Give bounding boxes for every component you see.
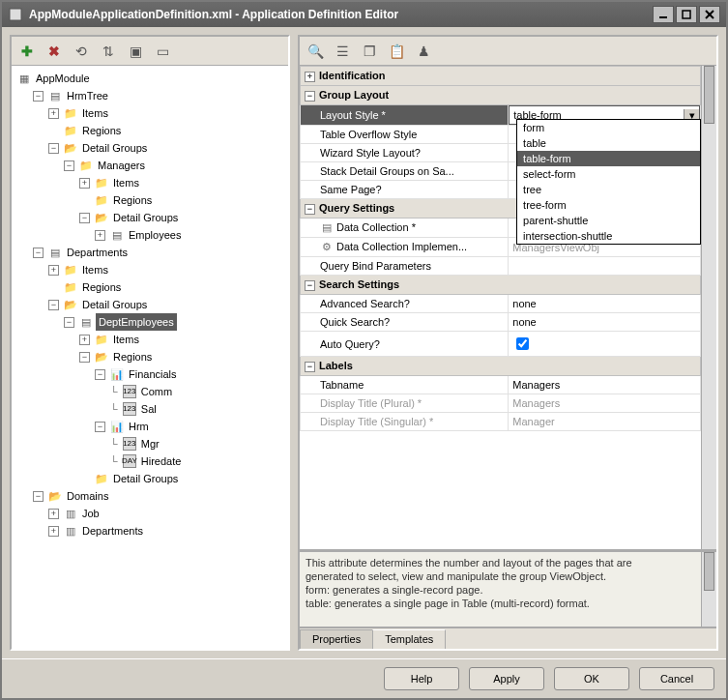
copy-icon[interactable]: ❐ (360, 42, 379, 61)
find-icon[interactable]: 🔍 (306, 42, 325, 61)
tree-node-financials[interactable]: −📊Financials (95, 365, 286, 383)
apply-button[interactable]: Apply (469, 667, 544, 690)
dropdown-option-intersection-shuttle[interactable]: intersection-shuttle (517, 228, 700, 244)
delete-icon[interactable]: ✖ (44, 42, 64, 61)
prop-query-bind[interactable]: Query Bind Parameters (301, 257, 701, 276)
tree-node-managers[interactable]: −📁Managers (64, 157, 286, 174)
bottom-tabs: Properties Templates (300, 627, 716, 649)
property-grid[interactable]: +Identification −Group Layout Layout Sty… (300, 66, 716, 550)
tree-node[interactable]: −📂Detail Groups (79, 209, 286, 226)
tree-node[interactable]: +📁Items (48, 261, 286, 278)
tree-node[interactable]: +📁Items (79, 174, 286, 191)
tree-node[interactable]: +📁Items (48, 104, 286, 122)
collapse-icon[interactable]: ▭ (153, 42, 172, 61)
dropdown-option-tree-form[interactable]: tree-form (517, 197, 700, 213)
help-button[interactable]: Help (384, 667, 459, 690)
cat-labels[interactable]: Labels (319, 360, 353, 371)
maximize-button[interactable] (676, 6, 697, 23)
tree-node-hrm[interactable]: −📊Hrm (95, 418, 286, 435)
tree-node-employees[interactable]: +▤Employees (95, 226, 286, 244)
dropdown-option-tree[interactable]: tree (517, 182, 700, 197)
tree-node-hiredate[interactable]: └DAYHiredate (110, 452, 286, 470)
tree-node[interactable]: −📂Detail Groups (48, 139, 286, 157)
tree-node-job[interactable]: +▥Job (48, 505, 286, 522)
refresh-icon[interactable]: ⟲ (72, 42, 91, 61)
app-window: AppModuleApplicationDefinition.xml - App… (0, 0, 728, 700)
window-title: AppModuleApplicationDefinition.xml - App… (29, 8, 653, 21)
svg-rect-0 (10, 9, 21, 20)
sync-icon[interactable]: ⇅ (99, 42, 118, 61)
tree-node-mgr[interactable]: └123Mgr (110, 435, 286, 452)
tree-node[interactable]: −📂Detail Groups (48, 296, 286, 313)
tree-node-departments-domain[interactable]: +▥Departments (48, 522, 286, 540)
tab-properties[interactable]: Properties (300, 629, 373, 649)
prop-tabname[interactable]: TabnameManagers (301, 376, 701, 394)
paste-icon[interactable]: 📋 (387, 42, 406, 61)
right-toolbar: 🔍 ☰ ❐ 📋 ♟ (300, 37, 716, 66)
prop-advanced-search[interactable]: Advanced Search?none (301, 295, 701, 313)
tree-node[interactable]: −📂Regions (79, 348, 286, 365)
tree-node-deptemployees[interactable]: −▤DeptEmployees (64, 313, 286, 331)
ok-button[interactable]: OK (554, 667, 629, 690)
auto-query-checkbox[interactable] (516, 337, 529, 350)
svg-rect-2 (683, 11, 690, 18)
minimize-button[interactable] (653, 6, 674, 23)
cat-query-settings[interactable]: Query Settings (319, 202, 394, 214)
tree-node-comm[interactable]: └123Comm (110, 383, 286, 400)
tree-node-appmodule[interactable]: ▦AppModule (17, 70, 286, 87)
dropdown-option-table-form[interactable]: table-form (517, 151, 700, 166)
prop-auto-query[interactable]: Auto Query? (301, 332, 701, 357)
list-icon[interactable]: ☰ (333, 42, 352, 61)
prop-display-plural[interactable]: Display Title (Plural) *Managers (301, 394, 701, 413)
description-pane: This attribute determines the number and… (300, 550, 716, 627)
close-button[interactable] (699, 6, 720, 23)
left-toolbar: ✚ ✖ ⟲ ⇅ ▣ ▭ (12, 37, 288, 66)
propgrid-scrollbar[interactable] (701, 66, 716, 549)
tree-node-departments[interactable]: −▤Departments (33, 244, 286, 261)
tree-node[interactable]: +📁Items (79, 331, 286, 348)
prop-display-singular[interactable]: Display Title (Singular) *Manager (301, 413, 701, 431)
layout-style-dropdown[interactable]: form table table-form select-form tree t… (516, 119, 701, 245)
cat-identification[interactable]: Identification (319, 70, 385, 81)
tree-node[interactable]: 📁Regions (48, 122, 286, 139)
description-scrollbar[interactable] (701, 552, 716, 627)
tree-node[interactable]: 📁Regions (79, 191, 286, 209)
tree-node-sal[interactable]: └123Sal (110, 400, 286, 418)
properties-panel: 🔍 ☰ ❐ 📋 ♟ +Identification −Group Layout … (298, 35, 718, 651)
tree-node[interactable]: 📁Regions (48, 278, 286, 296)
cat-search-settings[interactable]: Search Settings (319, 278, 399, 290)
app-icon (8, 7, 23, 22)
cancel-button[interactable]: Cancel (639, 667, 714, 690)
tab-templates[interactable]: Templates (372, 629, 446, 649)
tree-view[interactable]: ▦AppModule −▤HrmTree +📁Items 📁Regions −📂… (12, 66, 288, 649)
cat-group-layout[interactable]: Group Layout (319, 89, 389, 101)
dropdown-option-form[interactable]: form (517, 120, 700, 135)
dropdown-option-parent-shuttle[interactable]: parent-shuttle (517, 213, 700, 228)
tree-node-hrmtree[interactable]: −▤HrmTree (33, 87, 286, 104)
dropdown-option-select-form[interactable]: select-form (517, 166, 700, 182)
dialog-buttons: Help Apply OK Cancel (2, 658, 726, 698)
prop-quick-search[interactable]: Quick Search?none (301, 313, 701, 332)
add-icon[interactable]: ✚ (17, 42, 37, 61)
tree-panel: ✚ ✖ ⟲ ⇅ ▣ ▭ ▦AppModule −▤HrmTree +📁Items… (10, 35, 290, 651)
tree-node-domains[interactable]: −📂Domains (33, 487, 286, 505)
tree-node[interactable]: 📁Detail Groups (79, 470, 286, 487)
expand-icon[interactable]: ▣ (126, 42, 145, 61)
pin-icon[interactable]: ♟ (414, 42, 433, 61)
dropdown-option-table[interactable]: table (517, 135, 700, 151)
titlebar: AppModuleApplicationDefinition.xml - App… (2, 2, 726, 27)
